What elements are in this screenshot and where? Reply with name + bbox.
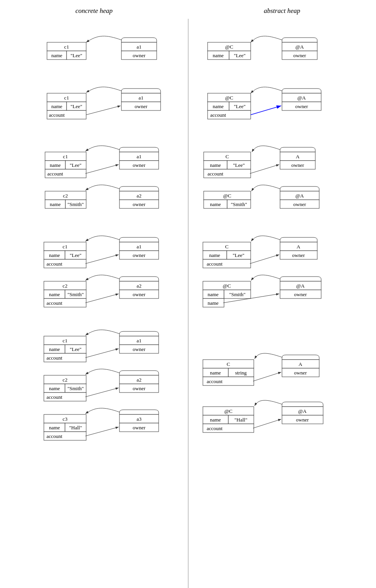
s1-a1-owner-label: owner <box>133 52 146 58</box>
svg-line-42 <box>250 165 279 174</box>
svg-line-23 <box>251 106 281 115</box>
s5-c2-account-label: account <box>47 394 63 400</box>
s5-name-label: name <box>49 346 60 352</box>
s5-r-c2-title: @C <box>224 408 233 414</box>
s5-a3-title: a3 <box>137 416 141 422</box>
s4-c2-name-label: name <box>49 291 60 297</box>
section2-right: @C name "Lee" account @A owner <box>208 87 321 119</box>
s5-r-c2-account-label: account <box>207 425 223 431</box>
s1-c1-title: c1 <box>64 44 69 50</box>
s3-r-account-label: account <box>208 171 224 177</box>
s4-r-name-val: "Lee" <box>233 252 244 258</box>
s4-name-label: name <box>49 252 60 258</box>
s2-account-label: account <box>49 112 65 118</box>
s3-r-c2-name-val: "Smith" <box>231 201 247 207</box>
s3-r-c-title: C <box>226 154 229 159</box>
s3-a2-title: a2 <box>137 193 141 199</box>
section1-left: c1 name "Lee" a1 owner <box>47 36 157 60</box>
s2-owner-label: owner <box>135 103 148 109</box>
s5-account-label: account <box>47 355 63 361</box>
s2-r-a-title: @A <box>297 95 306 101</box>
s2-name-label: name <box>51 103 62 109</box>
s3-account-label: account <box>47 171 63 177</box>
s3-r-owner-label: owner <box>291 162 304 168</box>
s5-c1-title: c1 <box>63 338 67 344</box>
svg-line-30 <box>85 165 119 174</box>
s2-r-c-title: @C <box>225 95 233 101</box>
svg-line-103 <box>253 372 281 381</box>
s5-r-name-val: string <box>235 370 247 376</box>
svg-line-82 <box>85 349 119 358</box>
s2-r-name-value: "Lee" <box>234 103 246 109</box>
s5-r-a2-title: @A <box>298 408 307 414</box>
s5-r-c2-name-label: name <box>210 417 221 423</box>
s2-r-account-label: account <box>210 112 226 118</box>
s5-c2-name-val: "Smith" <box>67 385 84 391</box>
s1-r-name-label: name <box>213 52 224 58</box>
s1-a1-title: a1 <box>137 44 141 50</box>
headers: concrete heap abstract heap <box>0 0 376 19</box>
svg-line-110 <box>253 419 281 428</box>
diagram-svg: c1 name "Lee" a1 owner <box>0 19 376 588</box>
s4-c2-title: c2 <box>63 283 67 289</box>
s4-r-c2-account-label: name <box>208 300 219 306</box>
s5-c3-name-val: "Hall" <box>69 425 82 431</box>
section4-right: C name "Lee" account A owner <box>203 236 321 307</box>
s3-name-label: name <box>50 162 61 168</box>
s3-r-c2-title: @C <box>223 193 231 199</box>
s5-c2-title: c2 <box>63 377 67 383</box>
s5-r-c2-name-val: "Hall" <box>235 417 248 423</box>
s3-a2-owner: owner <box>133 201 146 207</box>
svg-line-89 <box>85 388 119 397</box>
s3-a1-title: a1 <box>137 154 141 159</box>
s5-a2-owner: owner <box>133 385 146 391</box>
s3-r-a2-title: @A <box>295 193 304 199</box>
s4-a1-owner: owner <box>133 252 146 258</box>
s4-r-a2-owner: owner <box>294 291 307 297</box>
s4-r-owner-label: owner <box>292 252 305 258</box>
s5-r-c-title: C <box>227 361 230 367</box>
s5-a3-owner: owner <box>133 425 146 431</box>
s3-c1-title: c1 <box>63 154 68 159</box>
s1-r-name-value: "Lee" <box>234 52 246 58</box>
s2-r-owner-label: owner <box>295 103 308 109</box>
s5-name-val: "Lee" <box>70 346 81 352</box>
s4-r-c-title: C <box>225 244 229 250</box>
s5-r-name-label: name <box>210 370 221 376</box>
section3-left: c1 name "Lee" account a1 owner <box>45 146 159 208</box>
s3-r-name-val: "Lee" <box>233 162 245 168</box>
s4-r-c2-title: @C <box>223 283 231 289</box>
s4-a2-title: a2 <box>137 283 141 289</box>
s5-r-account-label: account <box>207 378 223 384</box>
page-container: concrete heap abstract heap c1 name "Lee… <box>0 0 376 588</box>
s4-account-label: account <box>47 261 63 267</box>
s5-a1-title: a1 <box>137 338 141 344</box>
svg-line-54 <box>85 255 119 264</box>
s5-a2-title: a2 <box>137 377 141 383</box>
s4-r-c2-name-val: "Smith" <box>229 291 246 297</box>
concrete-heap-title: concrete heap <box>9 7 179 15</box>
s2-c1-title: c1 <box>64 95 69 101</box>
s5-a1-owner: owner <box>133 346 146 352</box>
main-content: c1 name "Lee" a1 owner <box>0 19 376 588</box>
s4-a2-owner: owner <box>133 291 146 297</box>
s3-c2-title: c2 <box>63 193 68 199</box>
s5-c3-name-label: name <box>49 425 60 431</box>
section1-right: @C name "Lee" @A owner <box>208 36 317 60</box>
s1-r-c-title: @C <box>225 44 233 50</box>
s4-c2-name-val: "Smith" <box>67 291 84 297</box>
s3-c2-name-val: "Smith" <box>67 201 84 207</box>
section5-left: c1 name "Lee" account a1 owner <box>44 330 159 440</box>
s1-c1-name-value: "Lee" <box>70 52 82 58</box>
s5-r-a2-owner: owner <box>296 417 309 423</box>
s5-c3-account-label: account <box>47 433 63 439</box>
s4-a1-title: a1 <box>137 244 141 250</box>
section2-left: c1 name "Lee" account a1 owner <box>47 87 161 119</box>
s4-r-name-label: name <box>209 252 220 258</box>
s3-c2-name-label: name <box>50 201 61 207</box>
s3-name-val: "Lee" <box>70 162 81 168</box>
s2-r-name-label: name <box>213 103 224 109</box>
s5-r-owner-label: owner <box>294 370 307 376</box>
svg-line-68 <box>250 255 279 264</box>
full-diagram: c1 name "Lee" a1 owner <box>0 19 376 588</box>
